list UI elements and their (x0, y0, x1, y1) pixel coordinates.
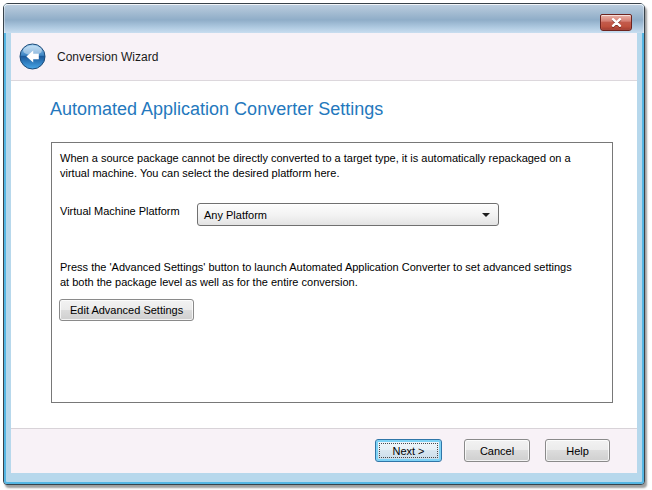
page-title: Automated Application Converter Settings (50, 99, 383, 120)
intro-text-line: When a source package cannot be directly… (60, 151, 571, 166)
back-button[interactable] (19, 43, 46, 70)
wizard-window: Conversion Wizard Automated Application … (3, 3, 645, 485)
close-icon (611, 18, 622, 27)
wizard-title: Conversion Wizard (57, 50, 158, 64)
platform-dropdown[interactable]: Any Platform (197, 203, 499, 226)
client-area: Conversion Wizard Automated Application … (11, 33, 637, 473)
intro-text-line: virtual machine. You can select the desi… (60, 166, 571, 181)
help-button[interactable]: Help (545, 439, 610, 462)
platform-label: Virtual Machine Platform (60, 205, 180, 217)
back-arrow-icon (19, 43, 46, 70)
cancel-button[interactable]: Cancel (464, 439, 530, 462)
wizard-content: Automated Application Converter Settings… (11, 81, 637, 428)
next-button[interactable]: Next > (375, 439, 442, 462)
titlebar[interactable] (4, 4, 644, 33)
intro-text: When a source package cannot be directly… (60, 151, 571, 181)
advanced-text-line: at both the package level as well as for… (60, 275, 572, 290)
edit-advanced-settings-button[interactable]: Edit Advanced Settings (59, 299, 194, 321)
wizard-header: Conversion Wizard (11, 33, 637, 81)
advanced-text: Press the 'Advanced Settings' button to … (60, 260, 572, 290)
chevron-down-icon (482, 213, 490, 217)
platform-dropdown-value: Any Platform (204, 209, 267, 221)
close-button[interactable] (600, 14, 632, 31)
advanced-text-line: Press the 'Advanced Settings' button to … (60, 260, 572, 275)
settings-groupbox: When a source package cannot be directly… (51, 142, 613, 403)
footer: Next > Cancel Help (11, 428, 637, 473)
